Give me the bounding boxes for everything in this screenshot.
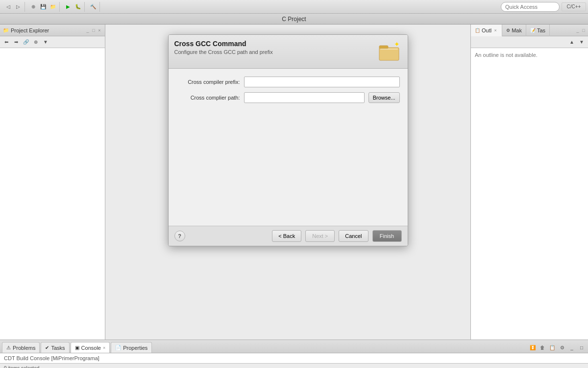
tab-outline[interactable]: 📋 Outl ×: [471, 25, 502, 36]
dialog-header: Cross GCC Command Configure the Cross GC…: [169, 35, 408, 69]
link-editor-btn[interactable]: 🔗: [22, 38, 30, 47]
bottom-scroll-lock[interactable]: ⏬: [528, 343, 537, 352]
tasks-bottom-label: Tasks: [51, 345, 65, 351]
dialog-body: Cross compiler prefix: Cross complier pa…: [169, 69, 408, 226]
bottom-clear[interactable]: 🗑: [538, 343, 547, 352]
tab-console[interactable]: ▣ Console ×: [71, 342, 110, 353]
outline-close[interactable]: ×: [493, 28, 498, 33]
filter-btn[interactable]: ▼: [41, 38, 50, 47]
dialog-overlay: Cross GCC Command Configure the Cross GC…: [105, 25, 470, 340]
toolbar-btn-build[interactable]: 🔨: [89, 2, 98, 11]
toolbar-btn-new[interactable]: ⊕: [29, 2, 38, 11]
path-row: Cross complier path: Browse...: [176, 92, 400, 103]
right-panel-toolbar: ▲ ▼: [471, 36, 588, 48]
back-button[interactable]: < Back: [272, 230, 301, 242]
bottom-settings[interactable]: ⚙: [558, 343, 566, 352]
properties-icon: 📄: [115, 345, 121, 350]
toolbar-btn-save[interactable]: 💾: [39, 2, 48, 11]
console-build-text: CDT Build Console [MiPrimerPrograma]: [4, 355, 99, 361]
toolbar-btn-debug[interactable]: 🐛: [74, 2, 82, 11]
toolbar-btn-back[interactable]: ◁: [4, 2, 13, 11]
toolbar-group-nav: ◁ ▷: [2, 2, 25, 12]
path-label: Cross complier path:: [176, 95, 240, 101]
bottom-minimize[interactable]: _: [567, 343, 576, 352]
tab-tasks[interactable]: 📝 Tas: [526, 25, 550, 36]
dialog-title: Cross GCC Command: [174, 40, 373, 48]
panel-title: Project Explorer: [11, 27, 49, 33]
right-panel-tabs: 📋 Outl × ⚙ Mak 📝 Tas _ □: [471, 25, 588, 36]
center-area: Cross GCC Command Configure the Cross GC…: [105, 25, 470, 340]
status-bar: 0 items selected: [0, 363, 588, 368]
help-button[interactable]: ?: [174, 231, 185, 241]
toolbar-group-build: 🔨: [87, 2, 100, 12]
dialog-icon: ✦: [378, 40, 402, 63]
dialog-header-left: Cross GCC Command Configure the Cross GC…: [174, 40, 373, 55]
finish-button[interactable]: Finish: [372, 230, 402, 242]
quick-access-area: C/C++: [501, 2, 586, 12]
right-panel-maximize[interactable]: □: [581, 28, 586, 33]
tab-problems[interactable]: ⚠ Problems: [2, 342, 40, 353]
toolbar-btn-cpp[interactable]: C/C++: [562, 2, 586, 11]
new-item-btn[interactable]: ⊕: [31, 38, 40, 47]
prefix-input[interactable]: [244, 77, 400, 87]
prefix-row: Cross compiler prefix:: [176, 77, 400, 87]
svg-rect-1: [379, 46, 388, 49]
panel-minimize[interactable]: _: [85, 28, 90, 33]
console-content-area: CDT Build Console [MiPrimerPrograma]: [0, 353, 588, 363]
outline-icon: 📋: [475, 28, 480, 33]
toolbar-btn-open[interactable]: 📁: [49, 2, 57, 11]
bottom-copy[interactable]: 📋: [548, 343, 557, 352]
bottom-toolbar-right: ⏬ 🗑 📋 ⚙ _ □: [528, 343, 586, 353]
dialog: Cross GCC Command Configure the Cross GC…: [168, 34, 408, 246]
window-title: C Project: [0, 14, 588, 25]
svg-rect-2: [380, 49, 398, 50]
outline-collapse-btn[interactable]: ▲: [567, 38, 576, 47]
bottom-tabs: ⚠ Problems ✔ Tasks ▣ Console × 📄 Propert…: [0, 340, 588, 353]
toolbar-btn-forward[interactable]: ▷: [14, 2, 23, 11]
browse-button[interactable]: Browse...: [368, 92, 400, 103]
prefix-label: Cross compiler prefix:: [176, 79, 240, 85]
console-label: Console: [81, 345, 101, 351]
tasks-bottom-icon: ✔: [45, 345, 49, 350]
expand-all-btn[interactable]: ➡: [12, 38, 21, 47]
bottom-maximize[interactable]: □: [577, 343, 586, 352]
console-icon: ▣: [75, 345, 79, 350]
bottom-area: ⚠ Problems ✔ Tasks ▣ Console × 📄 Propert…: [0, 340, 588, 363]
main-area: 📁 Project Explorer _ □ × ⬅ ➡ 🔗 ⊕ ▼: [0, 25, 588, 340]
toolbar-group-file: ⊕ 💾 📁: [27, 2, 60, 12]
toolbar-group-run: ▶ 🐛: [62, 2, 85, 12]
panel-toolbar: ⬅ ➡ 🔗 ⊕ ▼: [0, 36, 105, 48]
cancel-button[interactable]: Cancel: [339, 230, 368, 242]
make-label: Mak: [512, 27, 522, 33]
tab-tasks-bottom[interactable]: ✔ Tasks: [41, 342, 69, 353]
next-button[interactable]: Next >: [305, 230, 335, 242]
outline-content: An outline is not available.: [471, 48, 588, 340]
panel-close[interactable]: ×: [97, 28, 102, 33]
outline-label: Outl: [482, 27, 491, 33]
tasks-icon: 📝: [530, 28, 536, 33]
svg-text:✦: ✦: [394, 40, 400, 48]
toolbar-btn-run[interactable]: ▶: [64, 2, 73, 11]
properties-label: Properties: [123, 345, 147, 351]
make-icon: ⚙: [506, 28, 510, 33]
outline-text: An outline is not available.: [471, 48, 588, 62]
path-input[interactable]: [244, 92, 365, 103]
panel-header-actions: _ □ ×: [85, 28, 102, 33]
console-close[interactable]: ×: [103, 345, 105, 350]
dialog-footer: ? < Back Next > Cancel Finish: [169, 226, 408, 246]
tab-properties[interactable]: 📄 Properties: [111, 342, 152, 353]
project-explorer-header: 📁 Project Explorer _ □ ×: [0, 25, 105, 36]
right-panel-minimize[interactable]: _: [575, 28, 580, 33]
outline-expand-btn[interactable]: ▼: [577, 38, 586, 47]
tab-make[interactable]: ⚙ Mak: [502, 25, 526, 36]
left-panel: 📁 Project Explorer _ □ × ⬅ ➡ 🔗 ⊕ ▼: [0, 25, 105, 340]
right-panel-actions: _ □: [573, 25, 588, 36]
quick-access-input[interactable]: [501, 2, 560, 12]
right-panel: 📋 Outl × ⚙ Mak 📝 Tas _ □ ▲ ▼ An outline …: [470, 25, 588, 340]
status-text: 0 items selected: [4, 366, 39, 368]
dialog-subtitle: Configure the Cross GCC path and prefix: [174, 49, 373, 55]
top-toolbar: ◁ ▷ ⊕ 💾 📁 ▶ 🐛 🔨 C/C++: [0, 0, 588, 14]
collapse-all-btn[interactable]: ⬅: [2, 38, 11, 47]
tasks-label: Tas: [537, 27, 545, 33]
panel-maximize[interactable]: □: [91, 28, 96, 33]
